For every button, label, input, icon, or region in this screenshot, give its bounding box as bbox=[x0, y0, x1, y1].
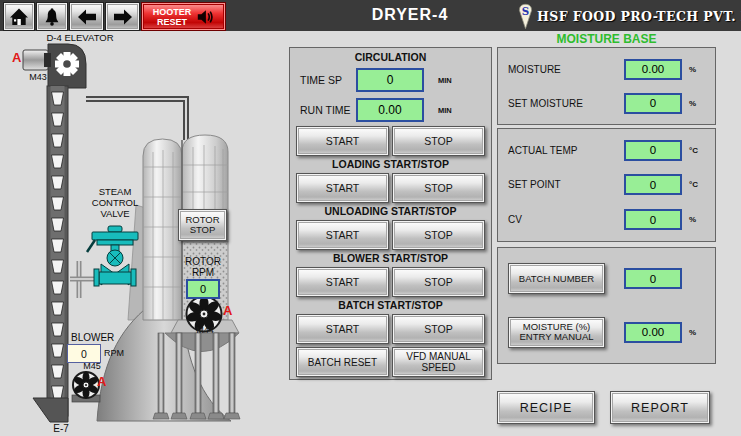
elevator-motor-icon bbox=[23, 50, 51, 70]
moisture-unit: % bbox=[682, 65, 707, 74]
loading-stop-button[interactable]: STOP bbox=[392, 173, 485, 203]
page-title: DRYER-4 bbox=[340, 6, 480, 24]
batch-box: BATCH NUMBER 0 MOISTURE (%) ENTRY MANUAL… bbox=[497, 247, 716, 364]
silo-brace bbox=[128, 205, 146, 320]
recipe-button[interactable]: RECIPE bbox=[497, 391, 595, 424]
batch-stop-button[interactable]: STOP bbox=[392, 314, 485, 344]
arrow-left-icon bbox=[76, 7, 98, 27]
cv-unit: % bbox=[682, 215, 707, 224]
rotor-rpm-label: ROTOR RPM bbox=[182, 256, 224, 278]
elevator-motor-label: M43 bbox=[24, 72, 52, 83]
elevator-buckets bbox=[52, 92, 64, 399]
company-name: HSF FOOD PRO-TECH PVT. LTD. bbox=[537, 9, 741, 24]
circulation-title: CIRCULATION bbox=[290, 51, 491, 63]
set-point-unit: °C bbox=[682, 180, 707, 189]
top-bar: HOOTER RESET DRYER-4 S HSF FOOD PRO-TECH… bbox=[0, 0, 741, 31]
company-logo-icon: S bbox=[518, 3, 533, 30]
steam-pipe bbox=[70, 261, 145, 298]
actual-temp-label: ACTUAL TEMP bbox=[508, 145, 624, 156]
silo-legs bbox=[153, 333, 240, 419]
next-page-button[interactable] bbox=[105, 2, 140, 31]
elevator-label: D-4 ELEVATOR bbox=[30, 32, 130, 43]
dryer4-hmi-screen: D-4 ELEVATOR A M43 STEAM CONTROL VALVE R… bbox=[0, 0, 741, 436]
rotor-rpm-value: 0 bbox=[186, 279, 220, 299]
unloading-stop-button[interactable]: STOP bbox=[392, 220, 485, 250]
loading-start-button[interactable]: START bbox=[296, 173, 389, 203]
blower-start-button[interactable]: START bbox=[296, 267, 389, 297]
circulation-panel: CIRCULATION TIME SP 0 MIN RUN TIME 0.00 … bbox=[289, 47, 492, 380]
blower-rpm-unit: RPM bbox=[104, 348, 124, 359]
home-icon bbox=[9, 7, 29, 27]
elevator-gear-icon bbox=[55, 52, 79, 76]
blower-motor-label: M45 bbox=[77, 361, 107, 372]
steam-valve-label: STEAM CONTROL VALVE bbox=[86, 186, 144, 219]
run-time-label: RUN TIME bbox=[300, 104, 356, 116]
steam-control-valve bbox=[87, 226, 138, 286]
elevator-chute bbox=[33, 398, 68, 422]
actual-temp-unit: °C bbox=[682, 146, 707, 155]
batch-start-button[interactable]: START bbox=[296, 314, 389, 344]
moisture-entry-value[interactable]: 0.00 bbox=[624, 322, 682, 343]
time-sp-label: TIME SP bbox=[300, 74, 356, 86]
silo-fan-alarm-indicator: A bbox=[223, 303, 232, 318]
set-point-value[interactable]: 0 bbox=[624, 174, 682, 195]
rotor-stop-button[interactable]: ROTOR STOP bbox=[178, 209, 227, 241]
previous-page-button[interactable] bbox=[69, 2, 104, 31]
run-time-unit: MIN bbox=[438, 106, 452, 115]
actual-temp-value: 0 bbox=[624, 140, 682, 161]
time-sp-unit: MIN bbox=[438, 76, 452, 85]
circulation-start-button[interactable]: START bbox=[296, 126, 389, 156]
set-moisture-label: SET MOISTURE bbox=[508, 98, 624, 109]
blower-alarm-indicator: A bbox=[97, 374, 106, 389]
temperature-box: ACTUAL TEMP 0 °C SET POINT 0 °C CV 0 % bbox=[497, 128, 716, 242]
alarm-button[interactable] bbox=[36, 2, 68, 31]
circulation-stop-button[interactable]: STOP bbox=[392, 126, 485, 156]
set-moisture-value[interactable]: 0 bbox=[624, 93, 682, 114]
elevator-alarm-indicator: A bbox=[12, 50, 21, 65]
moisture-value: 0.00 bbox=[624, 59, 682, 80]
cv-label: CV bbox=[508, 214, 624, 225]
run-time-value: 0.00 bbox=[356, 98, 424, 122]
silo-fan-motor-label: M44 bbox=[190, 325, 220, 336]
elevator-bottom-label: E-7 bbox=[45, 423, 77, 434]
hooter-reset-label: HOOTER RESET bbox=[153, 7, 192, 27]
dryer-silo bbox=[143, 135, 239, 352]
speaker-icon bbox=[196, 8, 214, 26]
blower-duct bbox=[97, 305, 231, 421]
moisture-label: MOISTURE bbox=[508, 64, 624, 75]
hooter-reset-button[interactable]: HOOTER RESET bbox=[141, 2, 226, 31]
moisture-box: MOISTURE 0.00 % SET MOISTURE 0 % bbox=[497, 47, 716, 125]
blower-stop-button[interactable]: STOP bbox=[392, 267, 485, 297]
cv-value: 0 bbox=[624, 209, 682, 230]
batch-reset-button[interactable]: BATCH RESET bbox=[296, 347, 389, 377]
moisture-entry-unit: % bbox=[682, 328, 707, 337]
unloading-start-button[interactable]: START bbox=[296, 220, 389, 250]
company-brand: S HSF FOOD PRO-TECH PVT. LTD. bbox=[518, 3, 741, 30]
moisture-entry-manual-button[interactable]: MOISTURE (%) ENTRY MANUAL bbox=[508, 317, 605, 348]
bell-icon bbox=[42, 7, 62, 27]
vfd-manual-speed-button[interactable]: VFD MANUAL SPEED bbox=[392, 347, 485, 377]
elevator-to-silo-pipe bbox=[86, 99, 186, 140]
moisture-base-header: MOISTURE BASE bbox=[497, 32, 716, 46]
set-moisture-unit: % bbox=[682, 99, 707, 108]
home-button[interactable] bbox=[3, 2, 35, 31]
batch-number-value: 0 bbox=[624, 268, 682, 289]
set-point-label: SET POINT bbox=[508, 179, 624, 190]
blower-section-title: BLOWER START/STOP bbox=[290, 252, 491, 264]
blower-label: BLOWER bbox=[71, 332, 114, 343]
company-logo-letter: S bbox=[522, 5, 529, 17]
arrow-right-icon bbox=[112, 7, 134, 27]
report-button[interactable]: REPORT bbox=[610, 391, 710, 424]
batch-section-title: BATCH START/STOP bbox=[290, 299, 491, 311]
loading-section-title: LOADING START/STOP bbox=[290, 158, 491, 170]
unloading-section-title: UNLOADING START/STOP bbox=[290, 205, 491, 217]
blower-fan-icon bbox=[72, 372, 100, 403]
batch-number-button[interactable]: BATCH NUMBER bbox=[508, 263, 605, 294]
time-sp-value[interactable]: 0 bbox=[356, 68, 424, 92]
